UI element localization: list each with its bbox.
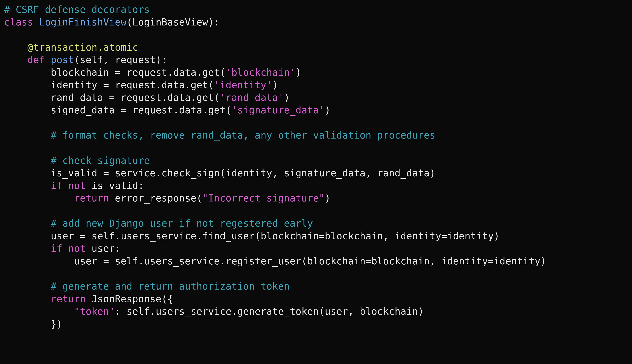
keyword-class: class xyxy=(4,16,33,28)
class-name: LoginFinishView xyxy=(39,16,127,28)
code-text: ) xyxy=(296,67,301,78)
string-literal: 'blockchain' xyxy=(226,67,296,78)
comment: # CSRF defense decorators xyxy=(4,4,150,15)
string-literal: "Incorrect signature" xyxy=(202,192,325,204)
code-text: ) xyxy=(284,92,290,103)
function-name: post xyxy=(51,54,74,66)
code-text: ) xyxy=(325,104,330,116)
code-text: rand_data = request.data.get( xyxy=(51,92,220,103)
code-text: blockchain = request.data.get( xyxy=(51,67,226,78)
string-literal: 'identity' xyxy=(214,79,272,90)
comment: # format checks, remove rand_data, any o… xyxy=(51,130,436,141)
keyword-not: not xyxy=(68,180,86,191)
code-text: user: xyxy=(86,243,121,254)
decorator: @transaction.atomic xyxy=(28,42,138,53)
string-literal: "token" xyxy=(74,306,115,317)
code-editor[interactable]: # CSRF defense decorators class LoginFin… xyxy=(0,0,632,334)
code-text: identity = request.data.get( xyxy=(51,79,214,90)
code-text: user = self.users_service.register_user(… xyxy=(74,256,546,267)
string-literal: 'rand_data' xyxy=(220,92,284,103)
keyword-if: if xyxy=(51,180,62,191)
string-literal: 'signature_data' xyxy=(232,104,325,116)
code-text: ): xyxy=(208,16,220,28)
code-text: JsonResponse({ xyxy=(86,293,173,304)
code-text: ) xyxy=(325,192,330,204)
code-text: signed_data = request.data.get( xyxy=(51,104,232,116)
base-class: LoginBaseView xyxy=(132,16,208,28)
code-text: is_valid: xyxy=(86,180,144,191)
code-text: ) xyxy=(272,79,278,90)
code-text: is_valid = service.check_sign(identity, … xyxy=(51,168,436,179)
keyword-if: if xyxy=(51,243,62,254)
keyword-return: return xyxy=(51,293,86,304)
keyword-def: def xyxy=(28,54,45,66)
code-text: }) xyxy=(51,318,62,330)
comment: # generate and return authorization toke… xyxy=(51,281,290,292)
code-text: : self.users_service.generate_token(user… xyxy=(115,306,424,317)
code-text: (self, request): xyxy=(74,54,167,66)
code-text: error_response( xyxy=(109,192,202,204)
comment: # add new Django user if not regestered … xyxy=(51,218,313,229)
keyword-not: not xyxy=(68,243,86,254)
code-text: ( xyxy=(127,16,132,28)
code-text: user = self.users_service.find_user(bloc… xyxy=(51,230,500,242)
keyword-return: return xyxy=(74,192,109,204)
comment: # check signature xyxy=(51,155,150,166)
